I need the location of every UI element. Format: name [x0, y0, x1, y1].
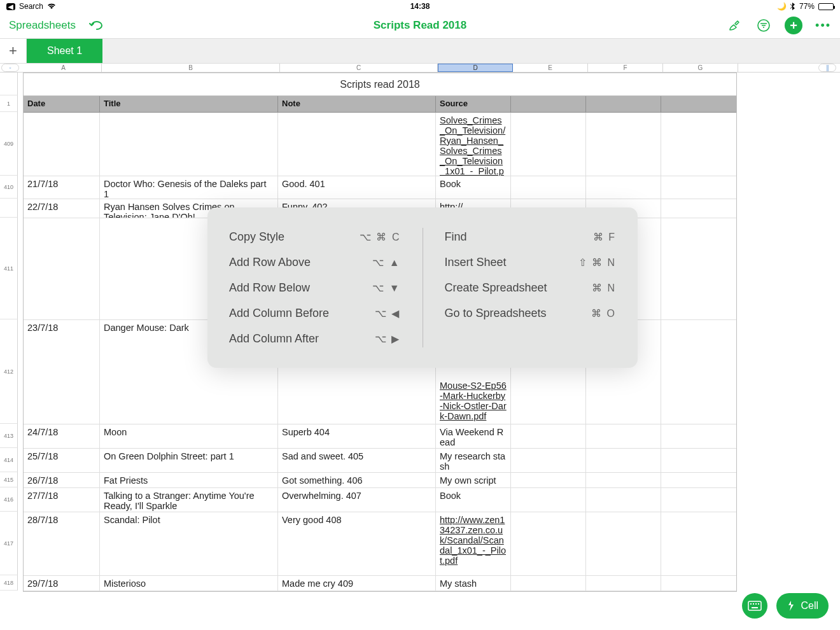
cell-note[interactable]: Made me cry 409: [278, 576, 436, 591]
row-header[interactable]: 411: [0, 218, 18, 319]
origin-handle[interactable]: ◦: [1, 64, 19, 72]
cell-source[interactable]: My stash: [436, 576, 511, 591]
cell-date[interactable]: 26/7/18: [24, 473, 100, 487]
cell-f[interactable]: [586, 488, 661, 512]
table-row[interactable]: Solves_Crimes_On_Television/Ryan_Hansen_…: [24, 113, 736, 176]
cell-f[interactable]: [586, 576, 661, 591]
cell-f[interactable]: [586, 113, 661, 176]
col-header-g[interactable]: G: [663, 64, 738, 72]
cell-date[interactable]: [24, 113, 100, 176]
shortcut-item[interactable]: Add Row Below ⌥ ▼: [229, 275, 401, 300]
keyboard-button[interactable]: [742, 593, 767, 619]
row-header[interactable]: 412: [0, 319, 18, 424]
add-button[interactable]: +: [785, 17, 802, 34]
add-sheet-button[interactable]: +: [0, 39, 27, 63]
cell-g[interactable]: [661, 199, 736, 218]
back-to-app-label[interactable]: Search: [19, 2, 43, 11]
cell-source[interactable]: Via Weekend Read: [436, 424, 511, 448]
table-row[interactable]: 24/7/18 Moon Superb 404 Via Weekend Read: [24, 424, 736, 449]
format-brush-icon[interactable]: [726, 17, 743, 34]
cell-date[interactable]: 24/7/18: [24, 424, 100, 448]
table-row[interactable]: 25/7/18 On Green Dolphin Street: part 1 …: [24, 449, 736, 473]
cell-date[interactable]: 23/7/18: [24, 320, 100, 424]
row-header[interactable]: 415: [0, 472, 18, 487]
cell-f[interactable]: [586, 449, 661, 472]
undo-button[interactable]: [88, 17, 105, 34]
cell-f[interactable]: [586, 473, 661, 487]
cell-e[interactable]: [511, 576, 586, 591]
cell-g[interactable]: [661, 488, 736, 512]
back-to-spreadsheets[interactable]: Spreadsheets: [9, 19, 76, 32]
cell-date[interactable]: 25/7/18: [24, 449, 100, 472]
shortcut-item[interactable]: Create Spreadsheet ⌘ N: [445, 275, 617, 300]
table-row[interactable]: 29/7/18 Misterioso Made me cry 409 My st…: [24, 576, 736, 591]
cell-g[interactable]: [661, 473, 736, 487]
cell-title[interactable]: On Green Dolphin Street: part 1: [100, 449, 278, 472]
col-header-e[interactable]: E: [513, 64, 588, 72]
shortcut-item[interactable]: Add Row Above ⌥ ▲: [229, 249, 401, 275]
cell-source[interactable]: Book: [436, 176, 511, 199]
header-title[interactable]: Title: [100, 96, 278, 112]
cell-g[interactable]: [661, 512, 736, 575]
cell-note[interactable]: Superb 404: [278, 424, 436, 448]
shortcut-item[interactable]: Go to Spreadsheets ⌘ O: [445, 300, 617, 326]
cell-f[interactable]: [586, 512, 661, 575]
cell-date[interactable]: 29/7/18: [24, 576, 100, 591]
cell-note[interactable]: Got something. 406: [278, 473, 436, 487]
row-header[interactable]: 417: [0, 512, 18, 575]
table-row[interactable]: 21/7/18 Doctor Who: Genesis of the Dalek…: [24, 176, 736, 199]
shortcut-item[interactable]: Insert Sheet ⇧ ⌘ N: [445, 249, 617, 275]
cell-date[interactable]: 21/7/18: [24, 176, 100, 199]
cell-e[interactable]: [511, 449, 586, 472]
row-header[interactable]: 1: [0, 95, 18, 112]
cell-source[interactable]: My own script: [436, 473, 511, 487]
cell-g[interactable]: [661, 113, 736, 176]
row-header[interactable]: 416: [0, 487, 18, 512]
col-header-a[interactable]: A: [25, 64, 102, 72]
shortcut-item[interactable]: Add Column Before ⌥ ◀: [229, 300, 401, 326]
table-title[interactable]: Scripts read 2018: [24, 73, 736, 96]
shortcut-item[interactable]: Find ⌘ F: [445, 224, 617, 249]
cell-source[interactable]: My research stash: [436, 449, 511, 472]
cell-e[interactable]: [511, 113, 586, 176]
back-to-app-chip[interactable]: ◀: [6, 3, 15, 10]
row-header[interactable]: 418: [0, 575, 18, 591]
document-title[interactable]: Scripts Read 2018: [374, 19, 466, 32]
table-row[interactable]: 26/7/18 Fat Priests Got something. 406 M…: [24, 473, 736, 488]
header-source[interactable]: Source: [436, 96, 511, 112]
cell-source[interactable]: Solves_Crimes_On_Television/Ryan_Hansen_…: [436, 113, 511, 176]
cell-title[interactable]: Doctor Who: Genesis of the Daleks part 1: [100, 176, 278, 199]
col-header-b[interactable]: B: [102, 64, 280, 72]
table-row[interactable]: 28/7/18 Scandal: Pilot Very good 408 htt…: [24, 512, 736, 576]
cell-g[interactable]: [661, 576, 736, 591]
cell-note[interactable]: Very good 408: [278, 512, 436, 575]
cell-note[interactable]: Overwhelming. 407: [278, 488, 436, 512]
cell-g[interactable]: [661, 176, 736, 199]
cell-g[interactable]: [661, 449, 736, 472]
cell-e[interactable]: [511, 424, 586, 448]
row-header[interactable]: 414: [0, 448, 18, 472]
cell-title[interactable]: Talking to a Stranger: Anytime You're Re…: [100, 488, 278, 512]
cell-e[interactable]: [511, 473, 586, 487]
col-header-d[interactable]: D: [438, 64, 513, 72]
cell-e[interactable]: [511, 512, 586, 575]
cell-note[interactable]: Good. 401: [278, 176, 436, 199]
col-header-f[interactable]: F: [588, 64, 663, 72]
header-note[interactable]: Note: [278, 96, 436, 112]
cell-title[interactable]: Misterioso: [100, 576, 278, 591]
col-header-c[interactable]: C: [280, 64, 438, 72]
cell-title[interactable]: Moon: [100, 424, 278, 448]
cell-note[interactable]: Sad and sweet. 405: [278, 449, 436, 472]
cell-note[interactable]: [278, 113, 436, 176]
row-header[interactable]: 410: [0, 176, 18, 199]
cell-source[interactable]: http://www.zen134237.zen.co.uk/Scandal/S…: [436, 512, 511, 575]
cell-title[interactable]: [100, 113, 278, 176]
shortcut-item[interactable]: Add Column After ⌥ ▶: [229, 326, 401, 351]
shortcut-item[interactable]: Copy Style ⌥ ⌘ C: [229, 224, 401, 249]
cell-button[interactable]: Cell: [776, 593, 829, 619]
cell-e[interactable]: [511, 488, 586, 512]
cell-title[interactable]: Fat Priests: [100, 473, 278, 487]
cell-g[interactable]: [661, 320, 736, 424]
header-f[interactable]: [586, 96, 661, 112]
filter-icon[interactable]: [755, 17, 772, 34]
